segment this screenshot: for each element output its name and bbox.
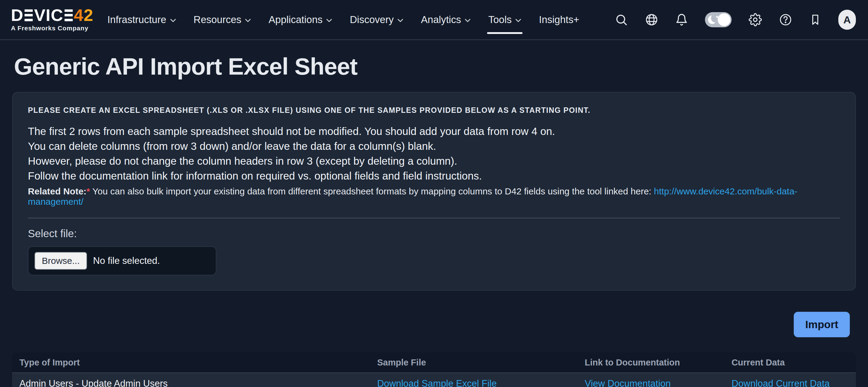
main-menu: Infrastructure Resources Applications Di… (107, 10, 579, 30)
page-content: Generic API Import Excel Sheet PLEASE CR… (0, 53, 868, 387)
chevron-down-icon (170, 19, 176, 23)
chevron-down-icon (515, 19, 521, 23)
column-header-current: Current Data (724, 358, 856, 367)
nav-item-insights[interactable]: Insights+ (539, 10, 579, 30)
theme-toggle[interactable]: ✦ (705, 12, 732, 27)
related-note-label: Related Note: (28, 186, 86, 196)
view-documentation-link[interactable]: View Documentation (585, 378, 671, 387)
bell-icon[interactable] (675, 13, 688, 26)
download-sample-link[interactable]: Download Sample Excel File (377, 378, 497, 387)
logo-stylized-e (25, 9, 33, 21)
related-note: Related Note:* You can also bulk import … (28, 186, 840, 207)
file-upload-field[interactable]: Browse... No file selected. (28, 246, 216, 275)
bookmark-icon[interactable] (809, 13, 821, 26)
instruction-line: You can delete columns (from row 3 down)… (28, 139, 840, 153)
panel-divider (28, 218, 840, 218)
logo-wordmark: DVIC42 (11, 7, 93, 23)
logo-tagline: A Freshworks Company (11, 25, 93, 32)
import-type-label: Admin Users - Update Admin Users (12, 378, 370, 387)
column-header-sample: Sample File (370, 358, 577, 367)
table-header-row: Type of Import Sample File Link to Docum… (12, 352, 856, 373)
table-row: Admin Users - Update Admin Users Downloa… (12, 373, 856, 387)
chevron-down-icon (465, 19, 471, 23)
globe-icon[interactable] (645, 13, 658, 26)
nav-item-tools[interactable]: Tools (488, 10, 521, 30)
no-file-selected-text: No file selected. (93, 256, 160, 266)
column-header-type: Type of Import (12, 358, 370, 367)
nav-item-analytics[interactable]: Analytics (421, 10, 471, 30)
gear-icon[interactable] (749, 13, 762, 26)
nav-icon-group: ✦ A (615, 10, 856, 30)
instructions-heading: PLEASE CREATE AN EXCEL SPREADSHEET (.XLS… (28, 106, 840, 115)
top-navbar: DVIC42 A Freshworks Company Infrastructu… (0, 0, 868, 40)
nav-item-discovery[interactable]: Discovery (350, 10, 403, 30)
chevron-down-icon (397, 19, 403, 23)
instruction-line: However, please do not change the column… (28, 153, 840, 168)
related-note-text: You can also bulk import your existing d… (90, 186, 654, 196)
logo-stylized-e (65, 9, 73, 21)
import-action-row: Import (12, 312, 856, 337)
nav-item-applications[interactable]: Applications (269, 10, 332, 30)
help-icon[interactable] (779, 13, 792, 26)
chevron-down-icon (245, 19, 251, 23)
download-current-data-link[interactable]: Download Current Data (732, 378, 830, 387)
import-types-table: Type of Import Sample File Link to Docum… (12, 352, 856, 387)
import-instructions-panel: PLEASE CREATE AN EXCEL SPREADSHEET (.XLS… (12, 92, 856, 291)
instruction-line: The first 2 rows from each sample spread… (28, 124, 840, 139)
search-icon[interactable] (615, 13, 628, 26)
nav-item-infrastructure[interactable]: Infrastructure (107, 10, 176, 30)
user-avatar[interactable]: A (838, 10, 856, 30)
select-file-label: Select file: (28, 228, 840, 240)
toggle-knob (718, 13, 731, 26)
chevron-down-icon (326, 19, 332, 23)
device42-logo[interactable]: DVIC42 A Freshworks Company (11, 7, 93, 32)
import-button[interactable]: Import (794, 312, 850, 337)
column-header-doc: Link to Documentation (577, 358, 724, 367)
nav-item-resources[interactable]: Resources (194, 10, 251, 30)
instruction-line: Follow the documentation link for inform… (28, 168, 840, 183)
page-title: Generic API Import Excel Sheet (14, 53, 856, 80)
required-asterisk: * (86, 186, 90, 196)
browse-button[interactable]: Browse... (35, 252, 87, 270)
